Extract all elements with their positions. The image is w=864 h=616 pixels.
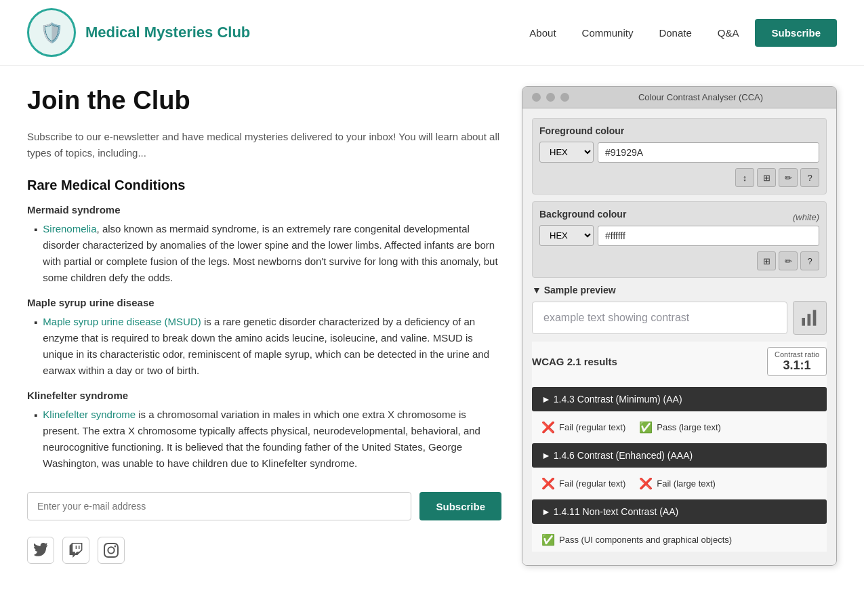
twitch-icon[interactable] — [62, 537, 89, 564]
pass-icon-2: ✅ — [541, 533, 555, 546]
sample-preview-section: ▼ Sample preview example text showing co… — [532, 285, 827, 335]
email-section: Subscribe — [27, 492, 501, 520]
eyedropper-bg-icon[interactable]: ✏ — [779, 251, 798, 270]
condition-1-text: , also known as mermaid syndrome, is an … — [43, 223, 497, 283]
sample-text-box: example text showing contrast — [532, 302, 787, 334]
svg-rect-1 — [808, 314, 811, 326]
condition-3-item: Klinefelter syndrome is a chromosomal va… — [34, 407, 501, 472]
criterion-1-result-1: ❌ Fail (regular text) — [541, 421, 625, 434]
logo-area: 🛡️ Medical Mysteries Club — [27, 8, 250, 57]
traffic-light-close — [532, 93, 541, 102]
swap-icon[interactable]: ↕ — [735, 168, 754, 187]
foreground-value-input[interactable] — [598, 142, 819, 163]
svg-rect-0 — [802, 318, 805, 326]
sliders-bg-icon[interactable]: ⊞ — [757, 251, 776, 270]
sample-preview-header: ▼ Sample preview — [532, 285, 827, 295]
wcag-header: WCAG 2.1 results Contrast ratio 3.1:1 — [532, 342, 827, 382]
fail-icon-1: ❌ — [541, 421, 555, 434]
foreground-input-row: HEX — [539, 142, 819, 163]
nav-donate[interactable]: Donate — [649, 22, 701, 44]
wcag-title: WCAG 2.1 results — [532, 356, 617, 367]
background-input-row: HEX — [539, 225, 819, 246]
background-white-note: (white) — [793, 212, 819, 222]
background-label-row: Background colour (white) — [539, 209, 819, 225]
site-title: Medical Mysteries Club — [85, 24, 250, 41]
background-section: Background colour (white) HEX ⊞ ✏ ? — [532, 201, 827, 278]
traffic-light-minimize — [546, 93, 555, 102]
condition-2-heading: Maple syrup urine disease — [27, 297, 501, 308]
email-subscribe-button[interactable]: Subscribe — [419, 492, 501, 520]
condition-1-item: Sirenomelia, also known as mermaid syndr… — [34, 221, 501, 286]
criterion-1-result-2: ✅ Pass (large text) — [639, 421, 721, 434]
condition-1-link[interactable]: Sirenomelia — [43, 223, 96, 234]
condition-2-item: Maple syrup urine disease (MSUD) is a ra… — [34, 314, 501, 379]
sample-preview-content: example text showing contrast — [532, 301, 827, 335]
criterion-1-result-1-text: Fail (regular text) — [559, 422, 625, 432]
cca-title: Colour Contrast Analyser (CCA) — [575, 92, 827, 102]
nav-about[interactable]: About — [520, 22, 565, 44]
criterion-2-result-2-text: Fail (large text) — [657, 478, 716, 489]
nav-community[interactable]: Community — [573, 22, 643, 44]
fail-icon-2: ❌ — [541, 477, 555, 490]
condition-3-link[interactable]: Klinefelter syndrome — [43, 409, 136, 420]
wcag-criterion-2-label: ► 1.4.6 Contrast (Enhanced) (AAA) — [541, 450, 693, 461]
wcag-criterion-3[interactable]: ► 1.4.11 Non-text Contrast (AA) — [532, 499, 827, 524]
wcag-criterion-1-results: ❌ Fail (regular text) ✅ Pass (large text… — [532, 415, 827, 439]
wcag-criterion-1-label: ► 1.4.3 Contrast (Minimum) (AA) — [541, 394, 682, 405]
contrast-ratio-box: Contrast ratio 3.1:1 — [767, 347, 827, 376]
wcag-criterion-3-results: ✅ Pass (UI components and graphical obje… — [532, 528, 827, 552]
logo-icon: 🛡️ — [40, 22, 64, 44]
help-bg-icon[interactable]: ? — [800, 251, 819, 270]
wcag-criterion-1[interactable]: ► 1.4.3 Contrast (Minimum) (AA) — [532, 387, 827, 411]
wcag-criterion-2[interactable]: ► 1.4.6 Contrast (Enhanced) (AAA) — [532, 443, 827, 468]
cca-body: Foreground colour HEX ↕ ⊞ ✏ ? — [522, 108, 836, 565]
nav-qa[interactable]: Q&A — [708, 22, 749, 44]
condition-2: Maple syrup urine disease Maple syrup ur… — [27, 297, 501, 379]
contrast-ratio-label: Contrast ratio — [775, 350, 819, 358]
condition-3: Klinefelter syndrome Klinefelter syndrom… — [27, 390, 501, 472]
twitter-icon[interactable] — [27, 537, 54, 564]
condition-2-link[interactable]: Maple syrup urine disease (MSUD) — [43, 316, 201, 327]
svg-rect-2 — [813, 310, 817, 325]
contrast-ratio-value: 3.1:1 — [775, 358, 819, 373]
criterion-3-result-1-text: Pass (UI components and graphical object… — [559, 535, 732, 545]
cca-window: Colour Contrast Analyser (CCA) Foregroun… — [522, 86, 837, 566]
foreground-format-select[interactable]: HEX — [539, 142, 594, 163]
instagram-icon[interactable] — [98, 537, 125, 564]
wcag-criterion-2-results: ❌ Fail (regular text) ❌ Fail (large text… — [532, 472, 827, 495]
foreground-label: Foreground colour — [539, 125, 819, 136]
email-input[interactable] — [27, 492, 411, 520]
main-nav: About Community Donate Q&A Subscribe — [520, 19, 837, 47]
right-column: Colour Contrast Analyser (CCA) Foregroun… — [522, 86, 837, 566]
pass-icon-1: ✅ — [639, 421, 653, 434]
chart-icon[interactable] — [793, 301, 827, 335]
wcag-section: WCAG 2.1 results Contrast ratio 3.1:1 ► … — [532, 342, 827, 552]
criterion-2-result-1-text: Fail (regular text) — [559, 478, 625, 489]
background-format-select[interactable]: HEX — [539, 225, 594, 246]
background-tools: ⊞ ✏ ? — [539, 251, 819, 270]
foreground-tools: ↕ ⊞ ✏ ? — [539, 168, 819, 187]
page-title: Join the Club — [27, 86, 501, 115]
criterion-2-result-2: ❌ Fail (large text) — [639, 477, 716, 490]
help-fg-icon[interactable]: ? — [800, 168, 819, 187]
condition-3-heading: Klinefelter syndrome — [27, 390, 501, 401]
traffic-light-maximize — [560, 93, 569, 102]
main-content: Join the Club Subscribe to our e-newslet… — [0, 66, 864, 586]
left-column: Join the Club Subscribe to our e-newslet… — [27, 86, 501, 566]
section-heading: Rare Medical Conditions — [27, 178, 501, 193]
wcag-criterion-3-label: ► 1.4.11 Non-text Contrast (AA) — [541, 506, 678, 517]
condition-1: Mermaid syndrome Sirenomelia, also known… — [27, 204, 501, 286]
background-label: Background colour — [539, 209, 626, 220]
social-icons — [27, 537, 501, 564]
cca-titlebar: Colour Contrast Analyser (CCA) — [522, 87, 836, 108]
background-value-input[interactable] — [598, 226, 819, 246]
fail-icon-3: ❌ — [639, 477, 653, 490]
sliders-icon[interactable]: ⊞ — [757, 168, 776, 187]
header-subscribe-button[interactable]: Subscribe — [755, 19, 837, 47]
eyedropper-fg-icon[interactable]: ✏ — [779, 168, 798, 187]
intro-text: Subscribe to our e-newsletter and have m… — [27, 129, 501, 161]
site-header: 🛡️ Medical Mysteries Club About Communit… — [0, 0, 864, 66]
foreground-section: Foreground colour HEX ↕ ⊞ ✏ ? — [532, 118, 827, 194]
condition-1-heading: Mermaid syndrome — [27, 204, 501, 215]
site-logo: 🛡️ — [27, 8, 76, 57]
